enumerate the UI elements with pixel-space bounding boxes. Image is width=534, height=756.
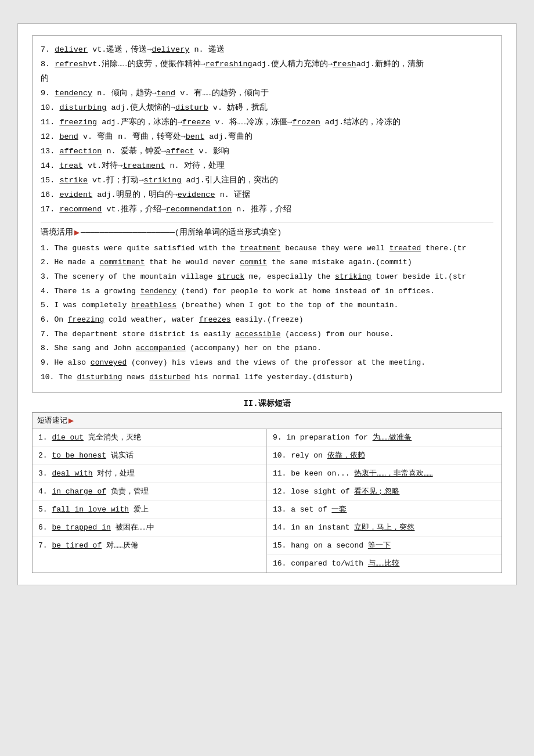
word-disturbed-ctx: disturbed (149, 373, 190, 381)
vocab-item-13: 13. affection n. 爱慕，钟爱→affect v. 影响 (41, 145, 493, 159)
word-disturbing-ctx: disturbing (77, 373, 122, 381)
context-arrow-icon: ▶ (74, 227, 80, 238)
phrase-compared-to-cn: 与……比较 (368, 559, 400, 568)
phrase-to-be-honest: to be honest (52, 451, 106, 460)
word-freezes-ctx: freezes (199, 315, 231, 324)
phrase-item-16: 16. compared to/with 与……比较 (267, 555, 501, 573)
phrase-item-13: 13. a set of 一套 (267, 501, 501, 519)
word-treatment-ctx: treatment (240, 244, 280, 253)
vocab-item-15: 15. strike vt.打；打动→striking adj.引人注目的，突出… (41, 174, 493, 188)
vocab-item-10: 10. disturbing adj.使人烦恼的→disturb v. 妨碍，扰… (41, 101, 493, 116)
phrase-table-header: 短语速记▶ (33, 413, 501, 429)
phrase-be-keen-on-cn: 热衷于……，非常喜欢…… (354, 469, 432, 478)
word-freezing: freezing (59, 118, 97, 127)
vocab-section: 7. deliver vt.递送，传送→delivery n. 递送 8. re… (32, 35, 502, 393)
phrase-in-an-instant-cn: 立即，马上，突然 (354, 523, 414, 532)
phrase-be-trapped-in: be trapped in (52, 523, 110, 532)
word-refreshing: refreshing (205, 60, 252, 69)
phrase-header-label: 短语速记 (37, 415, 67, 426)
phrase-left-col: 1. die out 完全消失，灭绝 2. to be honest 说实话 3… (33, 429, 267, 573)
word-affection: affection (59, 147, 102, 156)
word-evident: evident (59, 190, 92, 199)
phrase-rely-on-cn: 依靠，依赖 (327, 451, 365, 460)
vocab-item-11: 11. freezing adj.严寒的，冰冻的→freeze v. 将……冷冻… (41, 116, 493, 130)
context-line-2: 2. He made a commitment that he would ne… (41, 255, 493, 270)
word-tendency: tendency (55, 89, 92, 98)
vocab-item-12: 12. bend v. 弯曲 n. 弯曲，转弯处→bent adj.弯曲的 (41, 130, 493, 145)
word-striking-ctx: striking (335, 272, 371, 281)
vocab-item-14: 14. treat vt.对待→treatment n. 对待，处理 (41, 159, 493, 174)
phrase-fall-in-love-with: fall in love with (52, 505, 129, 514)
phrase-hang-on-cn: 等一下 (368, 541, 391, 550)
phrase-item-11: 11. be keen on... 热衷于……，非常喜欢…… (267, 465, 501, 483)
word-conveyed-ctx: conveyed (91, 358, 127, 367)
phrase-section-title: II.课标短语 (32, 398, 502, 409)
phrase-right-col: 9. in preparation for 为……做准备 10. rely on… (267, 429, 501, 573)
word-freezing-ctx: freezing (68, 315, 104, 324)
vocab-item-16: 16. evident adj.明显的，明白的→evidence n. 证据 (41, 188, 493, 203)
phrase-a-set-of-cn: 一套 (331, 505, 347, 514)
phrase-item-6: 6. be trapped in 被困在……中 (33, 519, 266, 537)
phrase-item-3: 3. deal with 对付，处理 (33, 465, 266, 483)
context-line-10: 10. The disturbing news disturbed his no… (41, 370, 493, 385)
word-commitment-ctx: commitment (99, 258, 145, 267)
context-line-8: 8. She sang and John accompanied (accomp… (41, 341, 493, 356)
word-disturbing: disturbing (59, 103, 106, 112)
context-line-3: 3. The scenery of the mountain village s… (41, 270, 493, 285)
word-commit-ctx: commit (240, 258, 267, 267)
word-fresh: fresh (333, 60, 356, 69)
word-freeze: freeze (182, 118, 211, 127)
word-recommend: recommend (59, 205, 102, 214)
word-accompanied-ctx: accompanied (136, 344, 186, 352)
context-line-7: 7. The department store district is easi… (41, 327, 493, 342)
phrase-in-preparation-for-cn: 为……做准备 (373, 433, 412, 442)
word-treat: treat (59, 161, 83, 170)
context-line-9: 9. He also conveyed (convey) his views a… (41, 356, 493, 370)
context-line-6: 6. On freezing cold weather, water freez… (41, 313, 493, 327)
vocab-item-9: 9. tendency n. 倾向，趋势→tend v. 有……的趋势，倾向于 (41, 87, 493, 101)
phrase-item-1: 1. die out 完全消失，灭绝 (33, 429, 266, 447)
word-tendency-ctx: tendency (140, 287, 176, 296)
word-treated-ctx: treated (389, 244, 421, 253)
word-accessible-ctx: accessible (235, 330, 280, 339)
phrase-item-5: 5. fall in love with 爱上 (33, 501, 266, 519)
phrase-be-tired-of: be tired of (52, 541, 102, 550)
word-bent: bent (186, 132, 204, 141)
word-recommendation: recommendation (166, 205, 232, 214)
context-line-4: 4. There is a growing tendency (tend) fo… (41, 285, 493, 299)
word-bend: bend (59, 132, 78, 141)
phrase-die-out: die out (52, 433, 84, 442)
phrase-deal-with: deal with (52, 469, 92, 478)
phrase-table: 短语速记▶ 1. die out 完全消失，灭绝 2. to be honest… (32, 412, 502, 573)
section-divider-1 (41, 222, 493, 222)
word-refresh: refresh (55, 60, 88, 69)
context-label: 语境活用 (41, 227, 73, 237)
word-strike: strike (59, 176, 88, 185)
word-evidence: evidence (178, 190, 215, 199)
phrase-item-10: 10. rely on 依靠，依赖 (267, 447, 501, 465)
word-struck-ctx: struck (217, 272, 244, 281)
vocab-item-17: 17. recommend vt.推荐，介绍→recommendation n.… (41, 203, 493, 217)
phrase-item-15: 15. hang on a second 等一下 (267, 537, 501, 555)
phrase-lose-sight-of-cn: 看不见；忽略 (354, 487, 399, 496)
word-disturb: disturb (175, 103, 208, 112)
word-tend: tend (157, 89, 175, 98)
phrase-item-12: 12. lose sight of 看不见；忽略 (267, 483, 501, 501)
phrase-arrow-icon: ▶ (68, 415, 74, 426)
phrase-in-charge-of: in charge of (52, 487, 106, 496)
word-breathless-ctx: breathless (131, 301, 176, 309)
word-treatment: treatment (122, 161, 165, 170)
vocab-item-8: 8. refreshvt.消除……的疲劳，使振作精神→refreshingadj… (41, 57, 493, 87)
word-affect: affect (166, 147, 194, 156)
phrase-item-4: 4. in charge of 负责，管理 (33, 483, 266, 501)
context-line-5: 5. I was completely breathless (breathe)… (41, 298, 493, 313)
page-container: 7. deliver vt.递送，传送→delivery n. 递送 8. re… (17, 23, 517, 585)
vocab-item-7: 7. deliver vt.递送，传送→delivery n. 递送 (41, 43, 493, 57)
phrase-item-2: 2. to be honest 说实话 (33, 447, 266, 465)
phrase-table-body: 1. die out 完全消失，灭绝 2. to be honest 说实话 3… (33, 429, 501, 573)
word-frozen: frozen (292, 118, 320, 127)
context-line-1: 1. The guests were quite satisfied with … (41, 242, 493, 256)
phrase-item-7: 7. be tired of 对……厌倦 (33, 537, 266, 555)
word-delivery: delivery (152, 45, 190, 54)
phrase-item-9: 9. in preparation for 为……做准备 (267, 429, 501, 447)
